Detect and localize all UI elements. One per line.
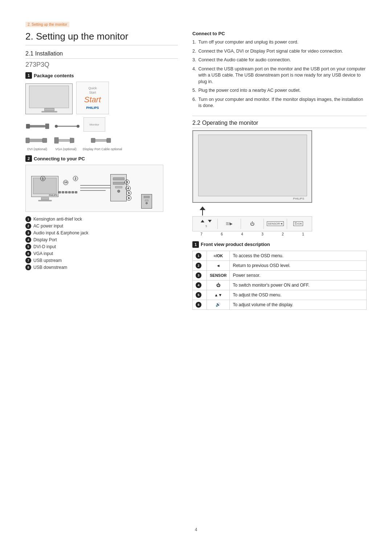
btn-ok: ☰/OK: [289, 221, 308, 226]
svg-point-5: [77, 125, 79, 128]
table-row: 5 ▲▼ To adjust the OSD menu.: [193, 290, 367, 300]
row6-num: 6: [193, 300, 207, 309]
cables-row: DVI (optional) VGA (optional): [25, 135, 178, 151]
row5-desc: To adjust the OSD menu.: [230, 290, 367, 300]
step-1: 1. Turn off your computer and unplug its…: [192, 39, 367, 46]
row6-desc: To adjust volume of the display.: [230, 300, 367, 309]
row1-desc: To access the OSD menu.: [230, 251, 367, 260]
connecting-label: 2 Connecting to your PC: [25, 155, 178, 162]
svg-rect-8: [42, 138, 47, 143]
svg-rect-0: [27, 125, 45, 127]
page-number: 4: [25, 527, 367, 532]
step-2: 2. Connect the VGA, DVI or Display Port …: [192, 48, 367, 55]
button-bar-container: 5 ☰/▶ ⏻: [192, 206, 367, 236]
component-item-8: 8 USB downstream: [25, 264, 178, 270]
table-row: 4 ⏻ To switch monitor's power ON and OFF…: [193, 280, 367, 290]
row3-num: 3: [193, 270, 207, 280]
component-list: 1 Kensington anti-thief lock 2 AC power …: [25, 216, 178, 270]
breadcrumb: 2. Setting up the monitor: [25, 22, 69, 27]
badge-1: 1: [25, 72, 32, 79]
displayport-label: Display Port Cable optional: [83, 147, 122, 151]
sub-section-22: 2.2 Operating the monitor: [192, 120, 367, 128]
badge-3: 1: [192, 241, 199, 248]
front-view-table: 1 ≡/OK To access the OSD menu. 2 ◄ Retur…: [192, 251, 367, 310]
step-3: 3. Connect the Audio cable for audio con…: [192, 57, 367, 63]
svg-rect-7: [26, 138, 29, 143]
svg-rect-1: [26, 124, 30, 128]
package-images: Quick Start Start PHILIPS: [25, 82, 178, 151]
sub-section-21: 2.1 Installation: [25, 50, 178, 59]
pc-connection-illustration: PHILIPS 10: [25, 165, 163, 212]
button-bar: 5 ☰/▶ ⏻: [192, 216, 312, 231]
dvi-label: DVI (optional): [27, 147, 47, 151]
step-5: 5. Plug the power cord into a nearby AC …: [192, 87, 367, 94]
row6-icon: 🔊: [207, 300, 230, 309]
row4-num: 4: [193, 280, 207, 290]
component-item-2: 2 AC power input: [25, 223, 178, 229]
displayport-cable: Display Port Cable optional: [83, 135, 122, 151]
row2-desc: Return to previous OSD level.: [230, 260, 367, 270]
btn-menu: ☰/▶: [219, 222, 239, 226]
quickstart-brand: PHILIPS: [86, 106, 99, 110]
connect-steps-list: 1. Turn off your computer and unplug its…: [192, 39, 367, 109]
model-number: 273P3Q: [25, 61, 178, 69]
component-item-5: 5 DVI-D input: [25, 244, 178, 250]
pc-tower: [110, 174, 127, 201]
component-item-3: 3 Audio input & Earphone jack: [25, 230, 178, 236]
row4-desc: To switch monitor's power ON and OFF.: [230, 280, 367, 290]
vga-label: VGA (optional): [55, 147, 77, 151]
row5-icon: ▲▼: [207, 290, 230, 300]
row3-icon: SENSOR: [207, 270, 230, 280]
svg-rect-14: [107, 138, 111, 143]
row2-icon: ◄: [207, 260, 230, 270]
btn-power: ⏻: [242, 221, 262, 226]
monitor-brand: PHILIPS: [293, 197, 304, 200]
svg-rect-13: [91, 138, 95, 143]
quickstart-start-label: Start: [84, 95, 101, 104]
row5-num: 5: [193, 290, 207, 300]
table-row: 1 ≡/OK To access the OSD menu.: [193, 251, 367, 260]
badge-2: 2: [25, 155, 32, 162]
row1-icon: ≡/OK: [207, 251, 230, 260]
quickstart-box: Quick Start Start PHILIPS: [76, 82, 109, 114]
monitor-display-illustration: PHILIPS: [192, 130, 312, 203]
power-cord-image: [25, 121, 51, 132]
component-item-4: 4 Display Port: [25, 237, 178, 243]
svg-rect-2: [45, 124, 49, 129]
table-row: 3 SENSOR Power sensor.: [193, 270, 367, 280]
section-title: 2. Setting up the monitor: [25, 31, 178, 45]
dvi-cable: DVI (optional): [25, 135, 49, 151]
component-item-6: 6 VGA input: [25, 251, 178, 257]
row2-num: 2: [193, 260, 207, 270]
port-circle-10: 10: [63, 179, 70, 185]
table-row: 6 🔊 To adjust volume of the display.: [193, 300, 367, 309]
btn-5: 5: [196, 220, 216, 228]
component-item-7: 7 USB upstream: [25, 258, 178, 263]
component-item-1: 1 Kensington anti-thief lock: [25, 216, 178, 222]
step-4: 4. Connect the USB upstream port on the …: [192, 66, 367, 85]
svg-point-4: [55, 125, 58, 128]
front-view-label: 1 Front view product description: [192, 241, 367, 248]
row1-num: 1: [193, 251, 207, 260]
btn-sensor: SENSOR◄: [265, 221, 285, 226]
vga-cable: VGA (optional): [54, 135, 78, 151]
connect-pc-title: Connect to PC: [192, 31, 367, 36]
audio-cable-image: [54, 121, 80, 132]
row3-desc: Power sensor.: [230, 270, 367, 280]
svg-marker-11: [70, 138, 74, 143]
svg-marker-10: [54, 138, 58, 143]
table-row: 2 ◄ Return to previous OSD level.: [193, 260, 367, 270]
step-6: 6. Turn on your computer and monitor. If…: [192, 97, 367, 109]
package-contents-label: 1 Package contents: [25, 72, 178, 79]
row4-icon: ⏻: [207, 280, 230, 290]
